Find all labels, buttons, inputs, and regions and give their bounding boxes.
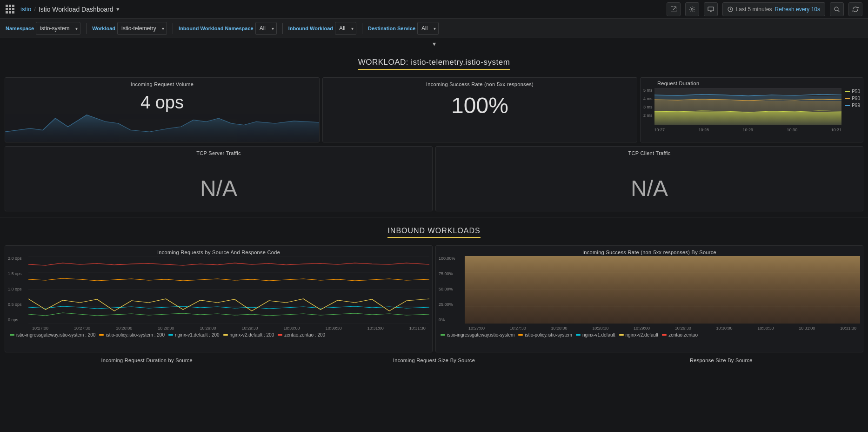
- x2-1031: 10:31:00: [799, 326, 815, 331]
- expand-button[interactable]: ▾: [433, 40, 436, 47]
- legend-policy-200: istio-policy.istio-system : 200: [99, 332, 165, 338]
- y2-25: 25.00%: [439, 302, 463, 307]
- namespace-select[interactable]: istio-system: [36, 22, 80, 35]
- dashboard-title: Istio Workload Dashboard: [39, 6, 114, 13]
- legend-ingressgateway-200: istio-ingressgateway.istio-system : 200: [10, 332, 95, 338]
- legend-label-3: nginx-v1.default : 200: [175, 332, 220, 338]
- filterbar: Namespace istio-system Workload istio-te…: [0, 19, 868, 38]
- inbound-workloads-title: INBOUND WORKLOADS: [387, 227, 480, 238]
- x2-1028: 10:28:00: [551, 326, 568, 331]
- sync-icon: [852, 6, 859, 13]
- x1-1031: 10:31:00: [367, 326, 384, 331]
- inbound-workload-label: Inbound Workload: [288, 26, 333, 31]
- topbar-left: istio / Istio Workload Dashboard ▾: [6, 5, 120, 14]
- x-label-1030: 10:30: [787, 128, 798, 132]
- workload-filter: Workload istio-telemetry: [92, 22, 167, 35]
- x-label-1031: 10:31: [831, 128, 842, 132]
- request-duration-title: Request Duration: [643, 81, 860, 88]
- inbound-workloads-header: INBOUND WORKLOADS: [0, 217, 868, 243]
- inbound-ns-select-wrapper[interactable]: All: [255, 22, 277, 35]
- chart5-title: Response Size By Source: [690, 354, 753, 364]
- inbound-ns-label: Inbound Workload Namespace: [179, 26, 254, 31]
- workload-label: Workload: [92, 26, 115, 31]
- divider-1: [86, 23, 87, 34]
- legend2-label-1: istio-ingressgateway.istio-system: [447, 332, 514, 338]
- request-duration-panel: Request Duration 5 ms 4 ms 3 ms 2 ms: [640, 77, 863, 142]
- incoming-success-rate-title: Incoming Success Rate (non-5xx responses…: [323, 78, 637, 88]
- p50-legend: P50: [845, 89, 860, 94]
- destination-select[interactable]: All: [417, 22, 439, 35]
- workload-title-row: WORKLOAD: istio-telemetry.istio-system: [0, 49, 868, 74]
- display-button[interactable]: [704, 2, 718, 16]
- legend2-nginx-v1: nginx-v1.default: [576, 332, 615, 338]
- svg-marker-12: [654, 111, 842, 125]
- destination-select-wrapper[interactable]: All: [417, 22, 439, 35]
- chart4-title: Incoming Request Size By Source: [393, 354, 475, 364]
- x-label-1027: 10:27: [654, 128, 665, 132]
- legend2-label-5: zentao.zentao: [668, 332, 698, 338]
- legend-label-4: nginx-v2.default : 200: [230, 332, 274, 338]
- tcp-client-title: TCP Client Traffic: [436, 147, 863, 157]
- destination-filter: Destination Service All: [368, 22, 439, 35]
- legend2-policy: istio-policy.istio-system: [518, 332, 572, 338]
- x-label-1028: 10:28: [699, 128, 709, 132]
- title-caret[interactable]: ▾: [116, 6, 120, 13]
- share-button[interactable]: [667, 2, 681, 16]
- inbound-ns-select[interactable]: All: [255, 22, 277, 35]
- x1-10315: 10:31:30: [409, 326, 426, 331]
- divider-2: [173, 23, 173, 34]
- legend-label-2: istio-policy.istio-system : 200: [106, 332, 165, 338]
- y-2ops: 2.0 ops: [8, 256, 27, 261]
- settings-button[interactable]: [685, 2, 699, 16]
- x1-1027: 10:27:00: [32, 326, 48, 331]
- inbound-workload-filter: Inbound Workload All: [288, 22, 356, 35]
- search-button[interactable]: [830, 2, 844, 16]
- x2-1029: 10:29:00: [634, 326, 650, 331]
- chart2-legend: istio-ingressgateway.istio-system istio-…: [436, 331, 863, 340]
- x1-10285: 10:28:30: [158, 326, 174, 331]
- inbound-workload-select-wrapper[interactable]: All: [335, 22, 356, 35]
- legend2-label-4: nginx-v2.default: [626, 332, 659, 338]
- y-05ops: 0.5 ops: [8, 302, 27, 307]
- y2-75: 75.00%: [439, 271, 463, 276]
- x2-10295: 10:29:30: [675, 326, 691, 331]
- namespace-select-wrapper[interactable]: istio-system: [36, 22, 80, 35]
- tcp-client-panel: TCP Client Traffic N/A: [435, 146, 863, 211]
- tcp-server-panel: TCP Server Traffic N/A: [5, 146, 433, 211]
- legend-label-5: zentao.zentao : 200: [284, 332, 325, 338]
- x1-1028: 10:28:00: [116, 326, 132, 331]
- incoming-requests-source-title: Incoming Requests by Source And Response…: [5, 246, 432, 256]
- legend2-nginx-v2: nginx-v2.default: [619, 332, 659, 338]
- legend2-zentao: zentao.zentao: [662, 332, 698, 338]
- legend2-ingressgateway: istio-ingressgateway.istio-system: [441, 332, 514, 338]
- app-name[interactable]: istio: [20, 6, 31, 13]
- tcp-server-title: TCP Server Traffic: [5, 147, 432, 157]
- svg-rect-1: [708, 7, 714, 11]
- namespace-label: Namespace: [6, 26, 34, 31]
- y-1ops: 1.0 ops: [8, 287, 27, 291]
- workload-select[interactable]: istio-telemetry: [117, 22, 167, 35]
- search-icon: [834, 6, 840, 13]
- workload-title: WORKLOAD: istio-telemetry.istio-system: [358, 58, 510, 70]
- y2-100: 100.00%: [439, 256, 463, 261]
- sync-button[interactable]: [848, 2, 862, 16]
- bottom-titles-row: Incoming Request Duration by Source Inco…: [0, 355, 868, 364]
- top-panels-row: Incoming Request Volume 4 ops Incoming S…: [0, 74, 868, 145]
- svg-rect-13: [28, 256, 429, 324]
- divider-3: [282, 23, 283, 34]
- incoming-success-rate-source-title: Incoming Success Rate (non-5xx responses…: [436, 246, 863, 256]
- bottom-panels-row: Incoming Requests by Source And Response…: [0, 243, 868, 355]
- x2-1030: 10:30:00: [716, 326, 733, 331]
- topbar-right: Last 5 minutes Refresh every 10s: [667, 2, 862, 16]
- workload-select-wrapper[interactable]: istio-telemetry: [117, 22, 167, 35]
- chart3-title: Incoming Request Duration by Source: [101, 354, 192, 364]
- incoming-request-volume-panel: Incoming Request Volume 4 ops: [5, 77, 320, 142]
- x-label-1029: 10:29: [743, 128, 754, 132]
- incoming-requests-source-panel: Incoming Requests by Source And Response…: [5, 245, 433, 352]
- y-15ops: 1.5 ops: [8, 271, 27, 276]
- p99-legend: P99: [845, 103, 860, 108]
- legend2-label-2: istio-policy.istio-system: [525, 332, 572, 338]
- inbound-workload-select[interactable]: All: [335, 22, 356, 35]
- time-info[interactable]: Last 5 minutes Refresh every 10s: [722, 2, 825, 16]
- apps-icon[interactable]: [6, 5, 15, 14]
